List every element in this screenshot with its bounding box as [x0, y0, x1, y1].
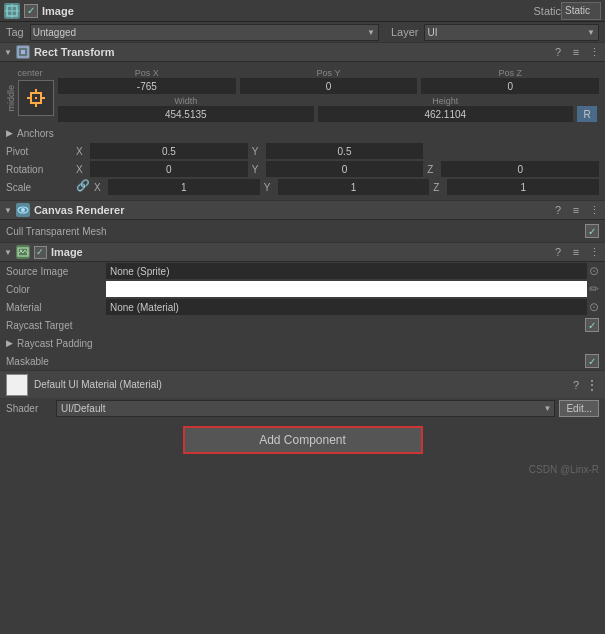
pivot-x-input[interactable] [90, 143, 248, 159]
add-component-button[interactable]: Add Component [183, 426, 423, 454]
pos-x-header: Pos X [58, 68, 236, 78]
image-help-icon[interactable]: ? [551, 246, 565, 258]
tag-select[interactable]: Untagged [30, 24, 379, 41]
color-row: Color ✏ [0, 280, 605, 298]
rotation-z-input[interactable] [441, 161, 599, 177]
rect-transform-title: Rect Transform [34, 46, 547, 58]
canvas-renderer-controls: ? ≡ ⋮ [551, 204, 601, 217]
image-settings-icon[interactable]: ≡ [569, 246, 583, 258]
pos-y-input[interactable] [240, 78, 418, 94]
scale-y-label: Y [264, 182, 276, 193]
scale-x-field: X [94, 179, 260, 195]
material-value: None (Material) [106, 299, 587, 315]
rotation-z-field: Z [427, 161, 599, 177]
rotation-y-label: Y [252, 164, 264, 175]
rotation-x-field: X [76, 161, 248, 177]
maskable-checkbox[interactable] [585, 354, 599, 368]
material-name: Default UI Material (Material) [34, 379, 567, 390]
rotation-y-input[interactable] [266, 161, 424, 177]
rect-transform-controls: ? ≡ ⋮ [551, 46, 601, 59]
anchors-collapse[interactable]: ▶ [6, 128, 13, 138]
canvas-settings-icon[interactable]: ≡ [569, 204, 583, 216]
anchor-visual[interactable] [18, 80, 54, 116]
pivot-y-label: Y [252, 146, 264, 157]
more-icon[interactable]: ⋮ [587, 46, 601, 59]
link-icon[interactable]: 🔗 [76, 179, 90, 195]
scale-z-input[interactable] [447, 179, 599, 195]
shader-select-wrapper[interactable]: UI/Default [56, 400, 555, 417]
layer-select-wrapper[interactable]: UI [424, 24, 599, 41]
tag-select-wrapper[interactable]: Untagged [30, 24, 379, 41]
raycast-target-checkbox[interactable] [585, 318, 599, 332]
rotation-x-input[interactable] [90, 161, 248, 177]
pivot-row: Pivot X Y [0, 142, 605, 160]
raycast-padding-label: Raycast Padding [17, 338, 93, 349]
canvas-renderer-icon [16, 203, 30, 217]
pos-z-input[interactable] [421, 78, 599, 94]
image-active-checkbox[interactable]: ✓ [34, 246, 47, 259]
settings-icon[interactable]: ≡ [569, 46, 583, 58]
shader-select[interactable]: UI/Default [56, 400, 555, 417]
raycast-target-label: Raycast Target [6, 320, 585, 331]
width-input[interactable] [58, 106, 314, 122]
scale-y-input[interactable] [278, 179, 430, 195]
rotation-fields: X Y Z [76, 161, 599, 177]
help-icon[interactable]: ? [551, 46, 565, 58]
material-help-icon[interactable]: ? [573, 379, 579, 391]
pivot-x-label: X [76, 146, 88, 157]
canvas-renderer-header: ▼ Canvas Renderer ? ≡ ⋮ [0, 200, 605, 220]
maskable-row: Maskable [0, 352, 605, 370]
material-preview[interactable] [6, 374, 28, 396]
scale-x-input[interactable] [108, 179, 260, 195]
material-menu-icon[interactable]: ⋮ [585, 377, 599, 393]
image-more-icon[interactable]: ⋮ [587, 246, 601, 259]
edit-button[interactable]: Edit... [559, 400, 599, 417]
rect-transform-collapse[interactable]: ▼ [4, 48, 12, 57]
layer-select[interactable]: UI [424, 24, 599, 41]
watermark-text: CSDN @Linx-R [529, 464, 599, 475]
cull-row: Cull Transparent Mesh [0, 222, 605, 240]
active-checkbox[interactable]: ✓ [24, 4, 38, 18]
center-label: center [17, 68, 42, 78]
color-edit-icon[interactable]: ✏ [589, 282, 599, 296]
canvas-renderer-content: Cull Transparent Mesh [0, 220, 605, 242]
image-header: ▼ ✓ Image ? ≡ ⋮ [0, 242, 605, 262]
tag-label: Tag [6, 26, 24, 38]
shader-row: Shader UI/Default Edit... [0, 398, 605, 418]
source-image-row: Source Image None (Sprite) ⊙ [0, 262, 605, 280]
anchor-line-top [35, 89, 37, 93]
svg-point-8 [20, 250, 22, 252]
image-collapse[interactable]: ▼ [4, 248, 12, 257]
canvas-renderer-title: Canvas Renderer [34, 204, 547, 216]
canvas-help-icon[interactable]: ? [551, 204, 565, 216]
r-button[interactable]: R [577, 106, 597, 122]
canvas-more-icon[interactable]: ⋮ [587, 204, 601, 217]
maskable-label: Maskable [6, 356, 585, 367]
material-circle-icon[interactable]: ⊙ [589, 300, 599, 314]
anchor-dot [35, 97, 37, 99]
pivot-fields: X Y [76, 143, 599, 159]
pivot-spacer [427, 143, 599, 159]
color-picker[interactable] [106, 281, 587, 297]
game-object-title: Image [42, 5, 74, 17]
static-dropdown[interactable]: Static [561, 2, 601, 20]
pivot-y-input[interactable] [266, 143, 424, 159]
source-image-circle-icon[interactable]: ⊙ [589, 264, 599, 278]
rotation-x-label: X [76, 164, 88, 175]
canvas-renderer-collapse[interactable]: ▼ [4, 206, 12, 215]
pivot-x-field: X [76, 143, 248, 159]
tag-layer-row: Tag Untagged Layer UI [0, 22, 605, 42]
pos-z-header: Pos Z [421, 68, 599, 78]
top-bar-left: ✓ Image [4, 3, 533, 19]
anchor-line-bottom [35, 103, 37, 107]
rotation-label: Rotation [6, 164, 76, 175]
scale-z-label: Z [433, 182, 445, 193]
cull-checkbox[interactable] [585, 224, 599, 238]
rect-transform-content: center middle [0, 62, 605, 200]
cull-label: Cull Transparent Mesh [6, 226, 585, 237]
anchors-row: ▶ Anchors [0, 124, 605, 142]
raycast-padding-collapse[interactable]: ▶ [6, 338, 13, 348]
pos-x-input[interactable] [58, 78, 236, 94]
height-input[interactable] [318, 106, 574, 122]
scale-y-field: Y [264, 179, 430, 195]
